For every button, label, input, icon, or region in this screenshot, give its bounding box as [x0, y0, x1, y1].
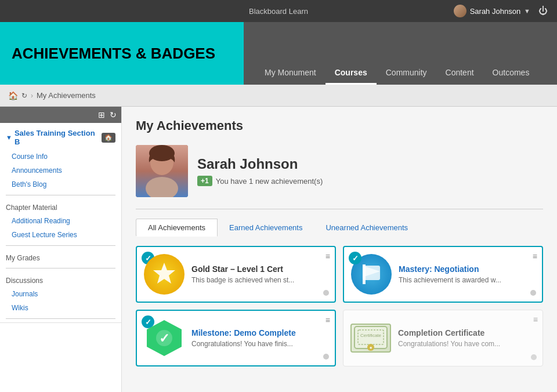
hexagon-svg: ✓: [144, 318, 185, 358]
username: Sarah Johnson: [470, 7, 520, 16]
svg-text:Certificate: Certificate: [360, 333, 382, 338]
milestone-dot: [323, 354, 329, 360]
dropdown-arrow[interactable]: ▼: [524, 8, 530, 14]
profile-info: Sarah Johnson +1 You have 1 new achievem…: [197, 156, 323, 186]
sidebar-item-wikis[interactable]: Wikis: [0, 301, 121, 315]
top-bar-right: Sarah Johnson ▼ ⏻: [454, 5, 551, 17]
banner-title: ACHIEVEMENTS & BADGES: [12, 45, 215, 63]
achievement-card-milestone: ✓ ✓ Milestone: Demo Complete Congratulat…: [136, 310, 336, 366]
sidebar-arrow: ▼: [6, 134, 12, 141]
main-layout: ⊞ ↻ ▼ Sales Training Section B 🏠 Course …: [0, 107, 557, 392]
gold-star-menu-icon[interactable]: ≡: [325, 252, 330, 261]
sidebar-item-guest-lecture[interactable]: Guest Lecture Series: [0, 228, 121, 242]
mastery-menu-icon[interactable]: ≡: [533, 252, 537, 261]
gold-star-dot: [323, 290, 329, 296]
svg-marker-4: [153, 263, 175, 284]
page-title: My Achievements: [136, 118, 543, 133]
user-info: Sarah Johnson ▼: [454, 5, 530, 17]
achievement-badge: +1 You have 1 new achievement(s): [197, 176, 323, 186]
sidebar-item-course-info[interactable]: Course Info: [0, 150, 121, 164]
flag-svg: [357, 260, 386, 289]
svg-text:★: ★: [369, 346, 372, 350]
gold-star-info: Gold Star – Level 1 Cert This badge is a…: [191, 264, 328, 284]
achievement-card-gold-star: ✓ Gold Star – Level 1 Cert This badge is…: [136, 246, 336, 303]
breadcrumb-separator: ›: [31, 92, 33, 100]
sidebar: ⊞ ↻ ▼ Sales Training Section B 🏠 Course …: [0, 107, 122, 392]
power-button[interactable]: ⏻: [535, 5, 551, 17]
nav-tabs: My Monument Courses Community Content Ou…: [244, 62, 557, 85]
achievement-text: You have 1 new achievement(s): [216, 177, 323, 186]
milestone-info: Milestone: Demo Complete Congratulations…: [191, 328, 328, 348]
cert-icon: Certificate ★: [350, 324, 391, 353]
sidebar-section-main: ▼ Sales Training Section B 🏠 Course Info…: [0, 123, 121, 323]
sidebar-section-header[interactable]: ▼ Sales Training Section B 🏠: [0, 123, 121, 150]
milestone-desc: Congratulations! You have finis...: [191, 340, 328, 348]
profile-row: Sarah Johnson +1 You have 1 new achievem…: [136, 145, 543, 197]
tab-community[interactable]: Community: [377, 62, 436, 85]
tab-content[interactable]: Content: [436, 62, 483, 85]
top-bar: Blackboard Learn Sarah Johnson ▼ ⏻: [0, 0, 557, 22]
achievement-tabs: All Achievements Earned Achievements Une…: [136, 219, 543, 237]
achievement-card-mastery: ✓ Mastery: Negotiation This achievement …: [343, 246, 543, 303]
cert-svg: Certificate ★: [353, 325, 388, 351]
nav-bar: My Monument Courses Community Content Ou…: [244, 22, 557, 85]
milestone-hex-container: ✓: [144, 318, 185, 358]
achievements-banner: ACHIEVEMENTS & BADGES: [0, 22, 244, 85]
sidebar-refresh-btn[interactable]: ↻: [110, 110, 117, 119]
sidebar-item-additional-reading[interactable]: Additional Reading: [0, 214, 121, 228]
gold-star-icon: [144, 254, 185, 295]
tab-earned-achievements[interactable]: Earned Achievements: [218, 219, 314, 236]
cert-title: Completion Certificate: [398, 328, 536, 337]
avatar: [454, 5, 466, 17]
header-section: ACHIEVEMENTS & BADGES My Monument Course…: [0, 22, 557, 85]
sidebar-group-my-grades[interactable]: My Grades: [0, 249, 121, 264]
profile-avatar-svg: [136, 145, 188, 197]
sidebar-group-chapter-material[interactable]: Chapter Material: [0, 199, 121, 214]
sidebar-icon-btn[interactable]: ⊞: [98, 110, 105, 119]
sidebar-section-title: Sales Training Section B: [15, 129, 102, 146]
tab-courses[interactable]: Courses: [325, 62, 377, 85]
gold-star-title: Gold Star – Level 1 Cert: [191, 264, 328, 274]
mastery-info: Mastery: Negotiation This achievement is…: [399, 264, 535, 284]
tab-outcomes[interactable]: Outcomes: [483, 62, 539, 85]
gold-star-desc: This badge is achieved when st...: [191, 276, 328, 284]
tab-unearned-achievements[interactable]: Unearned Achievements: [314, 219, 419, 236]
sidebar-toolbar: ⊞ ↻: [0, 107, 121, 123]
profile-photo: [136, 145, 188, 197]
earned-check-mastery: ✓: [349, 252, 361, 264]
sidebar-item-announcements[interactable]: Announcements: [0, 164, 121, 177]
refresh-icon[interactable]: ↻: [21, 92, 27, 100]
cert-dot: [531, 354, 537, 360]
sidebar-home-icon[interactable]: 🏠: [102, 133, 115, 143]
content-area: My Achievements: [122, 107, 557, 392]
app-title: Blackboard Learn: [249, 7, 308, 16]
tab-my-monument[interactable]: My Monument: [255, 62, 325, 85]
profile-divider: [136, 209, 543, 209]
milestone-title: Milestone: Demo Complete: [191, 328, 328, 337]
cert-info: Completion Certificate Congratulations! …: [398, 328, 536, 348]
mastery-title: Mastery: Negotiation: [399, 264, 535, 274]
milestone-menu-icon[interactable]: ≡: [325, 315, 330, 325]
sidebar-item-journals[interactable]: Journals: [0, 287, 121, 301]
breadcrumb-label: My Achievements: [37, 91, 96, 100]
profile-name: Sarah Johnson: [197, 156, 323, 172]
mastery-dot: [530, 290, 536, 296]
star-svg: [150, 260, 179, 289]
achievement-grid: ✓ Gold Star – Level 1 Cert This badge is…: [136, 246, 543, 366]
tab-all-achievements[interactable]: All Achievements: [136, 219, 218, 237]
cert-desc: Congratulations! You have com...: [398, 340, 536, 348]
home-icon[interactable]: 🏠: [8, 91, 18, 100]
mastery-desc: This achievement is awarded w...: [399, 276, 535, 284]
achievement-card-cert: Certificate ★ Completion Certificate Con…: [343, 310, 543, 366]
cert-menu-icon[interactable]: ≡: [533, 315, 538, 324]
achievement-count: +1: [197, 176, 212, 186]
breadcrumb-bar: 🏠 ↻ › My Achievements: [0, 85, 557, 107]
sidebar-item-beths-blog[interactable]: Beth's Blog: [0, 177, 121, 191]
sidebar-group-discussions[interactable]: Discussions: [0, 272, 121, 287]
svg-text:✓: ✓: [159, 331, 169, 346]
